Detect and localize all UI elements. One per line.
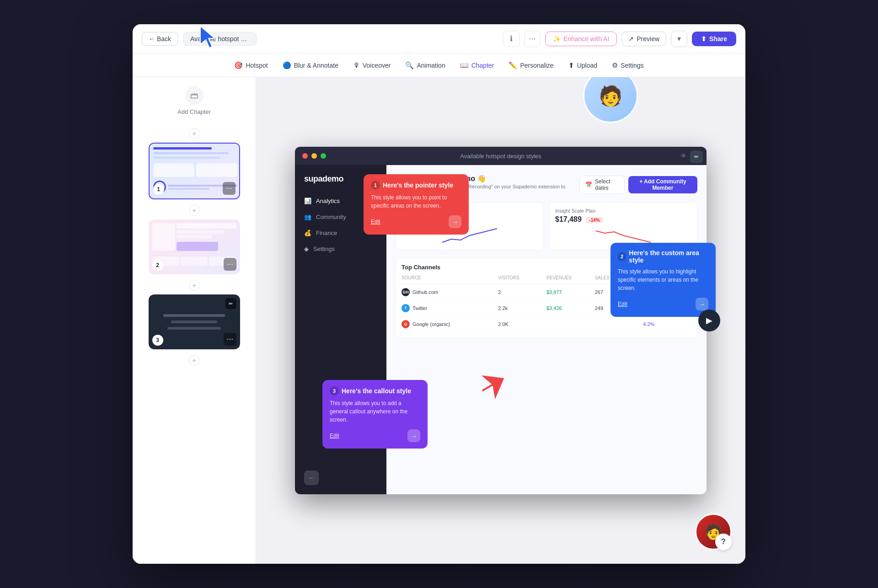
personalize-label: Personalize — [520, 62, 553, 69]
animation-label: Animation — [417, 62, 445, 69]
more-button[interactable]: ⋯ — [524, 31, 541, 47]
toolbar-upload[interactable]: ⬆ Upload — [562, 59, 604, 72]
chapter-item-3[interactable]: 3 ⋯ ✏ — [149, 294, 240, 349]
calendar-icon: 📅 — [585, 182, 592, 188]
toolbar-settings[interactable]: ⚙ Settings — [605, 59, 650, 72]
callout-tooltip-num: 3 — [330, 386, 339, 396]
header-left: ← Back Available hotspot design styles — [142, 32, 257, 46]
enhance-label: Enhance with AI — [563, 35, 609, 43]
source-github: GH Github.com — [402, 288, 498, 296]
add-chapter-label: Add Chapter — [177, 108, 211, 115]
filter-button[interactable]: 📅 Select dates — [579, 176, 625, 194]
callout-tooltip-footer: Edit → — [330, 429, 420, 442]
chapter-1-number: 1 — [153, 184, 164, 195]
toolbar-hotspot[interactable]: 🎯 Hotspot — [228, 59, 274, 72]
google-label: Google (organic) — [412, 321, 450, 327]
filter-row: 📅 Select dates + Add Community Member — [579, 176, 697, 194]
back-button[interactable]: ← Back — [142, 32, 178, 46]
upload-label: Upload — [577, 62, 597, 69]
pointer-tooltip-text: This style allows you to point to specif… — [371, 193, 461, 210]
chapter-3-number: 3 — [152, 335, 163, 346]
share-button[interactable]: ⬆ Share — [692, 32, 736, 46]
custom-tooltip: 2 Here's the custom area style This styl… — [610, 243, 716, 317]
stat-scale-badge: -14% — [586, 217, 602, 223]
analytics-icon: 📊 — [304, 198, 311, 204]
add-chapter-divider-4[interactable]: + — [189, 355, 200, 366]
hotspot-icon: 🎯 — [234, 61, 243, 69]
callout-tooltip-title: 3 Here's the callout style — [330, 386, 420, 396]
github-revenues: $3,877 — [546, 289, 595, 295]
voiceover-icon: 🎙 — [353, 61, 360, 69]
play-button[interactable]: ▶ — [698, 310, 720, 331]
custom-edit-link[interactable]: Edit — [618, 301, 627, 307]
chapter-item-2[interactable]: 2 ⋯ — [149, 219, 240, 274]
header-right: ℹ ⋯ ✨ Enhance with AI ↗ Preview ▾ ⬆ Shar… — [503, 31, 736, 47]
preview-dropdown-button[interactable]: ▾ — [671, 31, 687, 47]
sidebar: 🗃 Add Chapter + — [133, 77, 256, 564]
edit-overlay-button[interactable]: ✏ — [690, 150, 703, 163]
pointer-tooltip-footer: Edit → — [371, 215, 461, 228]
app-container: ← Back Available hotspot design styles ℹ… — [133, 24, 745, 564]
chapter-icon: 📖 — [460, 61, 469, 69]
preview-button[interactable]: ↗ Preview — [621, 32, 666, 46]
inner-settings-label: Settings — [313, 246, 335, 252]
custom-tooltip-num: 2 — [618, 252, 626, 261]
stat-scale-value: $17,489 — [555, 215, 582, 223]
custom-next-button[interactable]: → — [696, 298, 708, 310]
table-row: G Google (organic) 2.0K 4.2% — [402, 316, 691, 332]
settings-label: Settings — [621, 62, 644, 69]
inner-nav-settings[interactable]: ◆ Settings — [295, 241, 386, 257]
settings-icon: ⚙ — [612, 61, 618, 69]
content-area: 🧑 Available hotspot design styles 👁 🌙 — [256, 77, 745, 564]
callout-next-button[interactable]: → — [407, 429, 420, 442]
toolbar-personalize[interactable]: ✏️ Personalize — [502, 59, 560, 72]
finance-label: Finance — [316, 230, 337, 236]
add-chapter-divider-2[interactable]: + — [189, 205, 200, 216]
eye-icon: 👁 — [680, 152, 687, 160]
sparkle-icon: ✨ — [553, 35, 561, 43]
pointer-edit-link[interactable]: Edit — [371, 219, 380, 225]
finance-icon: 💰 — [304, 230, 311, 236]
info-button[interactable]: ℹ — [503, 31, 519, 47]
minimize-dot — [311, 153, 317, 159]
share-icon: ⬆ — [701, 35, 707, 43]
chapter-3-edit[interactable]: ✏ — [225, 298, 236, 309]
chapter-2-more[interactable]: ⋯ — [224, 258, 236, 271]
twitter-revenues: $3,426 — [546, 305, 595, 311]
enhance-button[interactable]: ✨ Enhance with AI — [545, 32, 617, 46]
stat-scale-value-row: $17,489 -14% — [555, 215, 691, 224]
pointer-tooltip: 1 Here's the pointer style This style al… — [364, 174, 469, 235]
custom-tooltip-title: 2 Here's the custom area style — [618, 249, 708, 264]
close-dot — [302, 153, 308, 159]
preview-label: Preview — [637, 35, 659, 43]
add-chapter-divider-1[interactable]: + — [189, 128, 200, 139]
toolbar-blur[interactable]: 🔵 Blur & Annotate — [276, 59, 345, 72]
add-member-button[interactable]: + Add Community Member — [628, 176, 697, 193]
stat-scale-label: Insight Scale Plan — [555, 208, 691, 214]
header-title: Available hotspot design styles — [183, 32, 257, 46]
inner-settings-icon: ◆ — [304, 246, 309, 252]
add-chapter-button[interactable]: 🗃 Add Chapter — [177, 86, 211, 115]
github-visitors: 2 — [498, 289, 546, 295]
pointer-tooltip-title: 1 Here's the pointer style — [371, 181, 461, 190]
custom-tooltip-text: This style allows you to highlight speci… — [618, 267, 708, 292]
community-label: Community — [316, 214, 346, 220]
toolbar-chapter[interactable]: 📖 Chapter — [454, 59, 501, 72]
chapter-label: Chapter — [471, 62, 494, 69]
help-button[interactable]: ? — [715, 534, 732, 550]
chapter-3-more[interactable]: ⋯ — [224, 333, 236, 346]
callout-tooltip-text: This style allows you to add a general c… — [330, 399, 420, 424]
callout-edit-link[interactable]: Edit — [330, 433, 339, 439]
col-source: SOURCE — [402, 275, 498, 280]
toolbar-voiceover[interactable]: 🎙 Voiceover — [347, 59, 397, 72]
chapter-1-more[interactable]: ⋯ — [223, 182, 236, 195]
chapter-item-1[interactable]: 1 ⋯ — [149, 143, 240, 199]
pointer-next-button[interactable]: → — [449, 215, 461, 228]
upload-icon: ⬆ — [568, 61, 574, 69]
window-title: Available hotspot design styles — [460, 153, 541, 160]
toolbar-animation[interactable]: 🔍 Animation — [399, 59, 451, 72]
voiceover-label: Voiceover — [363, 62, 391, 69]
add-chapter-divider-3[interactable]: + — [189, 280, 200, 291]
back-arrow-button[interactable]: ← — [304, 470, 319, 485]
google-conversion: 4.2% — [643, 321, 691, 327]
